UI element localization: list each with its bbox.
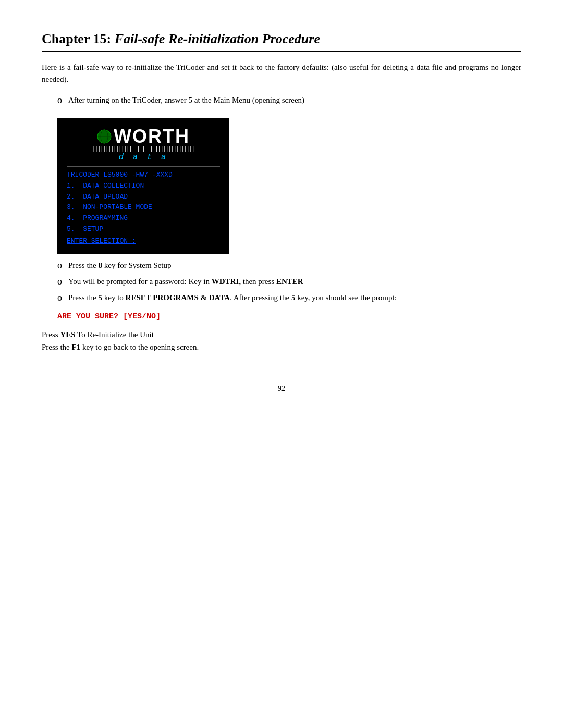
password-wdtri: WDTRI,: [212, 277, 241, 286]
intro-paragraph: Here is a fail-safe way to re-initialize…: [42, 61, 521, 85]
screen-menu-item-4: 4. PROGRAMMING: [67, 213, 220, 224]
bullet-item-password: o You will be prompted for a password: K…: [57, 276, 521, 289]
key-5: 5: [99, 293, 103, 302]
key-5-2: 5: [291, 293, 296, 302]
bullet-section: o After turning on the TriCoder, answer …: [57, 94, 521, 107]
globe-icon: [97, 129, 112, 144]
screen-menu-item-3: 3. NON-PORTABLE MODE: [67, 202, 220, 213]
page-number: 92: [42, 385, 521, 393]
chapter-heading: Chapter 15: Fail-safe Re-initialization …: [42, 31, 521, 52]
screen-header: TRICODER LS5000 -HW7 -XXXD: [67, 170, 220, 181]
bullets-section: o Press the 8 key for System Setup o You…: [57, 260, 521, 305]
worth-text: WORTH: [114, 127, 190, 146]
worth-logo: WORTH ||||||||||||||||||||||||||||||||||…: [67, 127, 220, 162]
press-yes-section: Press YES To Re-Initialize the Unit Pres…: [42, 328, 521, 353]
chapter-number-label: Chapter 15:: [42, 31, 115, 46]
key-8: 8: [99, 261, 103, 269]
prompt-text: ARE YOU SURE? [YES/NO]_: [57, 312, 165, 321]
yes-key: YES: [60, 330, 75, 339]
barcode-graphic: |||||||||||||||||||||||||||||||||||||||: [67, 146, 220, 152]
press-yes-line1: Press YES To Re-Initialize the Unit: [42, 328, 521, 341]
bullet-intro-text: After turning on the TriCoder, answer 5 …: [68, 94, 521, 106]
data-text: d a t a: [67, 153, 220, 162]
bullet-password-text: You will be prompted for a password: Key…: [68, 276, 521, 288]
f1-key: F1: [72, 343, 81, 351]
screen-menu-item-5: 5. SETUP: [67, 224, 220, 235]
bullet-dot-3: o: [57, 275, 62, 289]
bullet-press8-text: Press the 8 key for System Setup: [68, 260, 521, 272]
bullet-dot: o: [57, 93, 62, 107]
key-enter: ENTER: [276, 277, 303, 286]
bullet-item-press8: o Press the 8 key for System Setup: [57, 260, 521, 273]
chapter-title: Fail-safe Re-initialization Procedure: [115, 31, 320, 46]
enter-selection: ENTER SELECTION :: [67, 237, 220, 245]
worth-logo-area: WORTH ||||||||||||||||||||||||||||||||||…: [67, 127, 220, 162]
tricoder-screen: WORTH ||||||||||||||||||||||||||||||||||…: [57, 118, 229, 254]
press-f1-line2: Press the F1 key to go back to the openi…: [42, 341, 521, 353]
reset-programs-label: RESET PROGRAMS & DATA: [126, 293, 230, 302]
screen-menu-item-1: 1. DATA COLLECTION: [67, 181, 220, 192]
bullet-dot-2: o: [57, 258, 62, 273]
bullet-item-intro: o After turning on the TriCoder, answer …: [57, 94, 521, 107]
screen-menu-item-2: 2. DATA UPLOAD: [67, 192, 220, 203]
are-you-sure-prompt: ARE YOU SURE? [YES/NO]_: [57, 312, 521, 321]
bullet-item-press5: o Press the 5 key to RESET PROGRAMS & DA…: [57, 292, 521, 305]
bullet-dot-4: o: [57, 291, 62, 305]
screen-divider: [67, 166, 220, 167]
screen-container: WORTH ||||||||||||||||||||||||||||||||||…: [57, 118, 229, 254]
bullet-press5-text: Press the 5 key to RESET PROGRAMS & DATA…: [68, 292, 521, 304]
